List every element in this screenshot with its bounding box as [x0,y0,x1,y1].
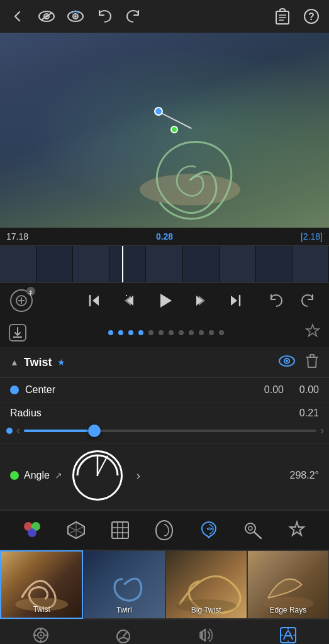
dot-inactive[interactable] [169,330,174,335]
redo-button[interactable] [125,8,142,25]
dot-active[interactable] [118,330,123,335]
film-frame [220,246,256,282]
film-frame [36,246,73,282]
undo-small-button[interactable] [265,289,287,312]
dot-inactive[interactable] [209,330,214,335]
video-preview [0,33,329,228]
back-button[interactable] [9,8,26,25]
visibility2-icon[interactable] [67,8,84,25]
dot-active[interactable] [108,330,113,335]
nav-audio[interactable] [165,619,247,644]
effect-star-icon[interactable]: ★ [57,357,65,367]
slider-increase-button[interactable]: › [320,424,324,437]
nav-video-icon [31,626,50,645]
nav-speed[interactable] [82,619,165,644]
skip-start-button[interactable] [83,289,106,312]
dot-active[interactable] [138,330,143,335]
radius-slider-dot [6,428,13,434]
film-frame [293,246,329,282]
effect-delete-button[interactable] [305,353,319,371]
dot-active[interactable] [128,330,133,335]
effect-collapse-button[interactable]: ▲ [10,357,19,367]
radius-slider-track[interactable] [24,430,316,432]
time-current: 0.28 [156,231,173,242]
nav-speed-icon [114,626,133,645]
dots-row [0,318,329,347]
film-playhead[interactable] [122,246,123,282]
swirl-overlay [127,118,253,228]
radius-slider-thumb[interactable] [88,425,101,437]
film-frame [256,246,293,282]
dot-inactive[interactable] [148,330,153,335]
svg-point-6 [74,15,77,18]
thumbnails-row: Twist Twirl Big Twist Edge Rays [0,550,329,619]
svg-point-26 [28,528,36,537]
svg-point-40 [40,634,42,636]
effect-visibility-toggle[interactable] [279,355,295,370]
favorites-button[interactable] [305,323,320,342]
angle-arc-svg [74,452,121,499]
filter-icons-row [0,510,329,550]
dot-inactive[interactable] [189,330,194,335]
film-strip-inner [0,246,329,282]
center-param-values: 0.00 0.00 [259,384,319,396]
svg-line-46 [123,633,126,636]
top-bar: ? [0,0,329,33]
angle-section: Angle ↗ › 298.2° [0,444,329,510]
dot-inactive[interactable] [219,330,224,335]
effect-right [279,353,319,371]
add-badge: + [26,287,35,296]
center-param-y[interactable]: 0.00 [294,384,319,396]
skip-end-button[interactable] [224,289,247,312]
thumb-twirl-label: Twirl [84,606,164,614]
thumb-bigtwist[interactable]: Big Twist [165,550,247,619]
effect-row: ▲ Twist ★ [0,347,329,378]
filter-star-button[interactable] [284,517,310,543]
angle-value[interactable]: 298.2° [290,470,319,481]
svg-text:?: ? [308,11,315,22]
slider-decrease-button[interactable]: ‹ [16,424,20,437]
thumb-twist[interactable]: Twist [0,550,83,619]
bottom-nav [0,619,329,644]
thumb-edgerays[interactable]: Edge Rays [247,550,329,619]
top-bar-left [9,8,142,25]
angle-label: Angle [24,470,50,481]
dot-inactive[interactable] [179,330,184,335]
svg-rect-27 [112,522,128,538]
radius-slider-row: ‹ › [0,421,329,444]
control-point-green[interactable] [170,126,178,133]
redo-small-button[interactable] [296,289,319,312]
control-point-blue[interactable] [154,107,163,116]
filter-3d-button[interactable] [63,517,89,543]
dot-inactive[interactable] [159,330,164,335]
film-frame [109,246,146,282]
download-button[interactable] [9,324,26,341]
step-back-button[interactable] [118,289,141,312]
undo-button[interactable] [96,8,113,25]
thumb-twist-label: Twist [1,605,82,614]
angle-dial[interactable] [72,450,123,501]
help-icon[interactable]: ? [303,8,320,25]
thumb-twirl[interactable]: Twirl [83,550,165,619]
filter-stylize-button[interactable] [196,517,222,543]
play-button[interactable] [153,289,176,312]
filter-keying-button[interactable] [240,517,266,543]
dot-inactive[interactable] [199,330,204,335]
filter-color-button[interactable] [19,517,45,543]
clipboard-icon[interactable] [274,8,291,25]
filter-grid-button[interactable] [107,517,133,543]
center-param-x[interactable]: 0.00 [259,384,284,396]
step-forward-button[interactable] [189,289,211,312]
film-strip[interactable] [0,245,329,283]
center-param-dot [10,386,19,394]
nav-effects[interactable] [247,619,329,644]
angle-link-icon[interactable]: ↗ [55,470,62,480]
angle-cursor-icon: › [137,469,140,482]
filter-distort-button[interactable] [151,517,177,543]
effect-left: ▲ Twist ★ [10,356,65,369]
visibility-icon[interactable] [38,8,55,25]
film-frame [0,246,36,282]
nav-video[interactable] [0,619,82,644]
add-media-button[interactable]: + [10,289,33,312]
film-frame [183,246,220,282]
